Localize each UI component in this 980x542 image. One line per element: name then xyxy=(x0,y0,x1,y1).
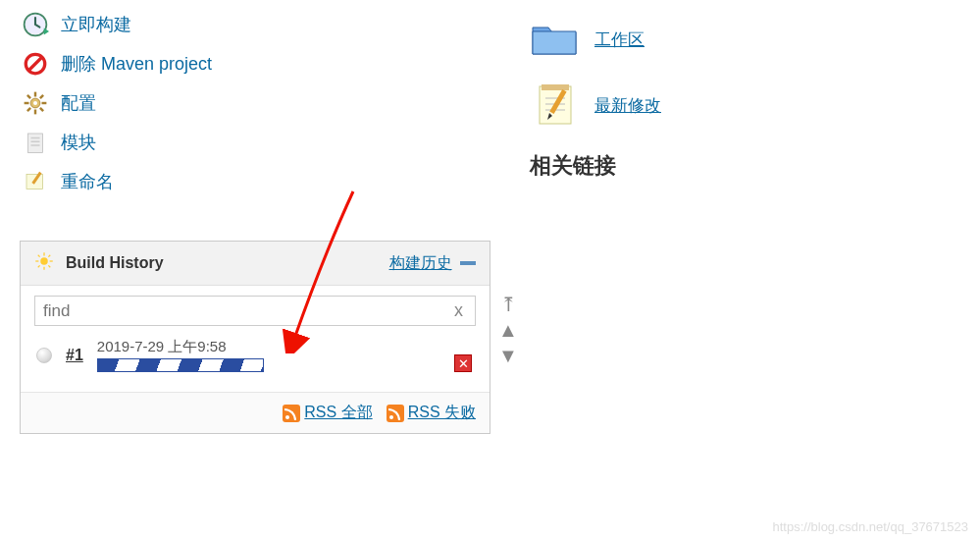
svg-point-20 xyxy=(40,257,48,265)
svg-line-11 xyxy=(40,95,43,98)
build-number-link[interactable]: #1 xyxy=(66,347,83,364)
menu-item-label: 配置 xyxy=(61,91,96,115)
workspace-link[interactable]: 工作区 xyxy=(594,28,645,51)
scroll-up-button[interactable]: ▲ xyxy=(497,319,519,341)
menu-item-label: 立即构建 xyxy=(61,13,131,36)
build-history-title: Build History xyxy=(66,254,164,272)
svg-line-3 xyxy=(29,58,42,71)
cancel-build-button[interactable] xyxy=(454,354,472,372)
scroll-down-button[interactable]: ▼ xyxy=(497,345,519,366)
svg-point-13 xyxy=(33,101,37,105)
build-row[interactable]: #1 2019-7-29 上午9:58 xyxy=(34,326,476,378)
menu-item-label: 删除 Maven project xyxy=(61,52,212,76)
sun-icon xyxy=(34,251,54,275)
workspace-link-row: 工作区 xyxy=(530,18,824,61)
build-meta: 2019-7-29 上午9:58 xyxy=(97,338,264,372)
scroll-top-button[interactable]: ⤒ xyxy=(497,294,519,315)
svg-marker-1 xyxy=(44,28,49,35)
build-history-body: x #1 2019-7-29 上午9:58 ⤒ ▲ ▼ xyxy=(21,286,490,392)
svg-line-25 xyxy=(38,255,40,257)
module-icon xyxy=(22,129,49,156)
menu-item-label: 重命名 xyxy=(61,170,114,193)
menu-delete-project[interactable]: 删除 Maven project xyxy=(20,44,510,83)
build-date: 2019-7-29 上午9:58 xyxy=(97,338,264,356)
svg-line-26 xyxy=(48,265,50,267)
build-progress-bar xyxy=(97,358,264,372)
menu-rename[interactable]: 重命名 xyxy=(20,162,510,201)
svg-line-10 xyxy=(40,108,43,111)
gear-icon xyxy=(22,89,49,117)
watermark: https://blog.csdn.net/qq_37671523 xyxy=(773,519,969,534)
menu-modules[interactable]: 模块 xyxy=(20,123,510,162)
folder-icon xyxy=(530,18,579,61)
clear-find-button[interactable]: x xyxy=(450,300,467,321)
build-history-header: Build History 构建历史 xyxy=(21,242,490,286)
notepad-icon xyxy=(530,79,579,132)
rss-failed-link[interactable]: RSS 失败 xyxy=(387,403,476,423)
svg-line-27 xyxy=(48,255,50,257)
right-column: 工作区 最新修改 相关链接 xyxy=(530,18,824,181)
svg-rect-14 xyxy=(28,134,43,153)
find-input[interactable] xyxy=(43,301,450,321)
svg-line-28 xyxy=(38,265,40,267)
find-box: x xyxy=(34,296,476,326)
build-history-trend-link[interactable]: 构建历史 xyxy=(389,254,452,271)
build-history-footer: RSS 全部 RSS 失败 xyxy=(21,392,490,433)
collapse-icon[interactable] xyxy=(460,261,476,265)
svg-line-9 xyxy=(27,95,30,98)
menu-configure[interactable]: 配置 xyxy=(20,83,510,123)
related-links-title: 相关链接 xyxy=(530,151,824,181)
delete-icon xyxy=(22,50,49,78)
left-column: 立即构建 删除 Maven project 配置 xyxy=(20,5,510,434)
svg-line-12 xyxy=(27,108,30,111)
menu-build-now[interactable]: 立即构建 xyxy=(20,5,510,44)
rename-icon xyxy=(22,168,49,195)
recent-changes-link[interactable]: 最新修改 xyxy=(594,94,661,117)
scroll-controls: ⤒ ▲ ▼ xyxy=(497,294,519,366)
svg-rect-30 xyxy=(542,84,569,90)
rss-icon xyxy=(283,405,300,422)
build-history-panel: Build History 构建历史 x #1 2019-7-29 上午9:58 xyxy=(20,241,490,434)
rss-all-link[interactable]: RSS 全部 xyxy=(283,403,372,423)
menu-item-label: 模块 xyxy=(61,131,96,154)
recent-changes-link-row: 最新修改 xyxy=(530,79,824,132)
build-status-ball-icon xyxy=(36,348,52,363)
clock-run-icon xyxy=(22,11,49,38)
rss-icon xyxy=(387,405,404,422)
